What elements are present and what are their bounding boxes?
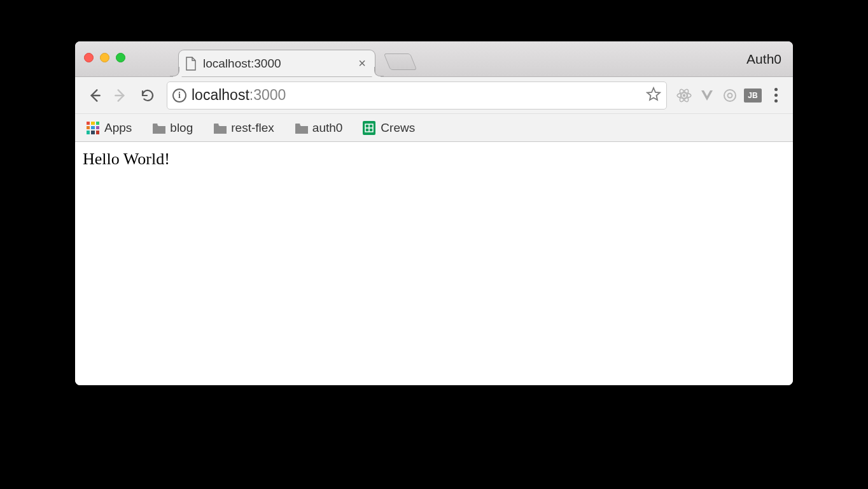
tab-title: localhost:3000 — [203, 57, 356, 71]
page-viewport: Hello World! — [75, 142, 793, 385]
apps-grid-icon — [87, 122, 99, 134]
jetbrains-extension-icon[interactable]: JB — [743, 86, 762, 105]
forward-button[interactable] — [109, 84, 132, 107]
bookmark-label: rest-flex — [231, 121, 274, 135]
svg-rect-9 — [214, 124, 219, 125]
react-devtools-icon[interactable] — [675, 86, 694, 105]
svg-point-2 — [683, 94, 685, 96]
tab-strip: localhost:3000 × — [178, 50, 414, 76]
window-controls — [84, 53, 125, 62]
maximize-window-button[interactable] — [116, 53, 125, 62]
svg-point-6 — [724, 90, 736, 101]
svg-rect-10 — [295, 124, 300, 125]
apps-label: Apps — [104, 121, 132, 135]
new-tab-button[interactable] — [384, 53, 417, 70]
url-host: localhost — [192, 87, 249, 103]
bookmark-crews[interactable]: Crews — [359, 118, 419, 138]
bookmark-label: auth0 — [312, 121, 343, 135]
back-button[interactable] — [83, 84, 106, 107]
folder-icon — [152, 123, 165, 133]
folder-icon — [213, 123, 226, 133]
file-icon — [185, 57, 197, 71]
browser-menu-button[interactable] — [766, 86, 785, 105]
toolbar: i localhost:3000 — [75, 77, 793, 114]
close-window-button[interactable] — [84, 53, 94, 62]
page-body-text: Hello World! — [83, 150, 785, 169]
apps-shortcut[interactable]: Apps — [83, 118, 136, 138]
bookmark-folder-rest-flex[interactable]: rest-flex — [209, 118, 278, 138]
browser-window: localhost:3000 × Auth0 i localhost:3000 — [75, 41, 793, 385]
folder-icon — [295, 123, 307, 133]
reload-button[interactable] — [136, 84, 159, 107]
jb-badge-label: JB — [744, 89, 762, 103]
url-display: localhost:3000 — [192, 87, 641, 104]
browser-tab-active[interactable]: localhost:3000 × — [178, 50, 375, 76]
bookmark-label: Crews — [381, 121, 415, 135]
bookmark-label: blog — [170, 121, 193, 135]
bookmark-folder-blog[interactable]: blog — [148, 118, 197, 138]
sheets-icon — [363, 121, 375, 135]
extension-circle-icon[interactable] — [720, 86, 739, 105]
address-bar[interactable]: i localhost:3000 — [167, 82, 667, 110]
svg-rect-8 — [153, 124, 158, 125]
bookmarks-bar: Apps blog rest-flex auth0 — [75, 114, 793, 142]
url-path: :3000 — [249, 87, 286, 103]
svg-point-7 — [728, 93, 732, 97]
vue-devtools-icon[interactable] — [697, 86, 717, 105]
bookmark-star-icon[interactable] — [646, 87, 661, 104]
titlebar: localhost:3000 × Auth0 — [75, 41, 793, 77]
minimize-window-button[interactable] — [100, 53, 109, 62]
site-info-icon[interactable]: i — [172, 89, 186, 103]
tab-close-button[interactable]: × — [356, 56, 368, 71]
bookmark-folder-auth0[interactable]: auth0 — [291, 118, 347, 138]
profile-label[interactable]: Auth0 — [746, 52, 781, 67]
